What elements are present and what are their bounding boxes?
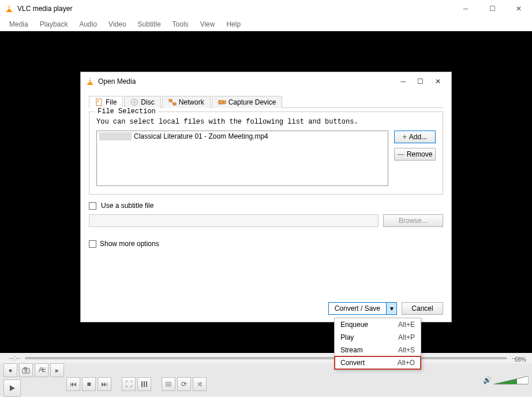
maximize-button[interactable]: ☐ <box>479 0 505 17</box>
menu-audio[interactable]: Audio <box>73 19 103 29</box>
svg-rect-29 <box>219 101 223 104</box>
svg-marker-18 <box>88 77 92 84</box>
menu-video[interactable]: Video <box>103 19 132 29</box>
menu-item-convert[interactable]: ConvertAlt+O <box>335 356 421 369</box>
svg-rect-11 <box>144 381 145 387</box>
remove-button-label: Remove <box>407 150 433 158</box>
dialog-titlebar: Open Media ─ ☐ ✕ <box>81 72 451 91</box>
add-button[interactable]: +Add... <box>394 131 436 143</box>
menu-item-label: Stream <box>340 346 363 354</box>
svg-point-6 <box>25 370 27 372</box>
convert-save-dropdown-toggle[interactable]: ▾ <box>387 302 397 315</box>
svg-rect-22 <box>96 99 102 106</box>
menu-item-label: Convert <box>340 359 365 367</box>
convert-save-button[interactable]: Convert / Save ▾ <box>328 302 397 315</box>
seek-bar[interactable]: --:-- --:-- <box>0 353 532 363</box>
svg-marker-9 <box>10 385 15 391</box>
volume-slider[interactable] <box>494 375 529 385</box>
menu-item-label: Play <box>340 333 354 341</box>
svg-marker-30 <box>223 101 226 104</box>
tab-file-label: File <box>106 98 117 106</box>
dialog-close-button[interactable]: ✕ <box>435 77 441 85</box>
controls-bar: ● AB ▸ ⏮ ■ ⏭ ⛶ ⟳ ⤨ 66% 🔊 <box>0 363 532 397</box>
main-menubar: Media Playback Audio Video Subtitle Tool… <box>0 17 532 31</box>
menu-help[interactable]: Help <box>220 19 246 29</box>
record-button[interactable]: ● <box>3 363 17 377</box>
svg-text:B: B <box>42 367 46 373</box>
tab-disc[interactable]: Disc <box>124 96 160 108</box>
snapshot-button[interactable] <box>19 363 33 377</box>
subtitle-checkbox[interactable] <box>89 202 96 210</box>
svg-marker-0 <box>8 5 11 11</box>
menu-item-enqueue[interactable]: EnqueueAlt+E <box>335 318 421 331</box>
tab-file[interactable]: File <box>89 96 123 108</box>
loop-button[interactable]: ⟳ <box>177 377 191 391</box>
file-list-item[interactable]: Classical Literature 01 - Zoom Meeting.m… <box>97 131 388 142</box>
menu-tools[interactable]: Tools <box>167 19 194 29</box>
svg-rect-2 <box>8 6 10 8</box>
next-button[interactable]: ⏭ <box>98 377 111 391</box>
file-list[interactable]: Classical Literature 01 - Zoom Meeting.m… <box>96 131 388 186</box>
tab-capture[interactable]: Capture Device <box>212 96 283 108</box>
prev-button[interactable]: ⏮ <box>66 377 80 391</box>
dialog-tabs: File Disc Network Capture Device <box>89 95 443 108</box>
minimize-button[interactable]: ─ <box>452 0 479 17</box>
file-selection-group: File Selection You can select local file… <box>89 111 443 195</box>
tab-network[interactable]: Network <box>162 96 211 108</box>
dialog-maximize-button[interactable]: ☐ <box>417 77 424 85</box>
remove-button[interactable]: —Remove <box>394 148 436 161</box>
dialog-title: Open Media <box>98 77 136 85</box>
open-media-dialog: Open Media ─ ☐ ✕ File Disc Network Captu… <box>80 72 452 322</box>
svg-rect-10 <box>141 381 143 387</box>
svg-rect-21 <box>89 81 92 82</box>
menu-media[interactable]: Media <box>3 19 34 29</box>
app-title: VLC media player <box>17 5 72 13</box>
menu-item-label: Enqueue <box>340 321 368 329</box>
ext-settings-button[interactable] <box>137 377 151 391</box>
main-titlebar: VLC media player ─ ☐ ✕ <box>0 0 532 17</box>
file-selection-hint: You can select local files with the foll… <box>96 118 436 126</box>
file-list-item-label: Classical Literature 01 - Zoom Meeting.m… <box>134 132 268 140</box>
menu-item-shortcut: Alt+E <box>398 321 415 329</box>
menu-playback[interactable]: Playback <box>34 19 74 29</box>
menu-item-shortcut: Alt+S <box>398 346 415 354</box>
menu-item-stream[interactable]: StreamAlt+S <box>335 344 421 356</box>
tab-network-label: Network <box>179 98 204 106</box>
file-selection-legend: File Selection <box>95 107 158 116</box>
show-more-checkbox[interactable] <box>89 240 96 248</box>
menu-view[interactable]: View <box>194 19 221 29</box>
menu-item-play[interactable]: PlayAlt+P <box>335 331 421 344</box>
menu-item-shortcut: Alt+P <box>398 333 415 341</box>
menu-subtitle[interactable]: Subtitle <box>132 19 167 29</box>
svg-point-23 <box>98 101 99 102</box>
svg-rect-26 <box>169 99 172 102</box>
svg-rect-1 <box>6 11 12 12</box>
svg-rect-12 <box>146 381 147 387</box>
cancel-button[interactable]: Cancel <box>402 302 443 315</box>
atob-button[interactable]: AB <box>35 363 48 377</box>
shuffle-button[interactable]: ⤨ <box>193 377 207 391</box>
show-more-label: Show more options <box>100 240 159 248</box>
volume-percent: 66% <box>515 356 526 363</box>
file-thumbnail-icon <box>99 132 132 140</box>
convert-save-menu: EnqueueAlt+E PlayAlt+P StreamAlt+S Conve… <box>334 318 421 370</box>
svg-rect-20 <box>89 79 91 80</box>
svg-point-25 <box>134 102 136 103</box>
subtitle-path-input <box>89 214 379 227</box>
svg-rect-19 <box>87 84 93 85</box>
playlist-button[interactable] <box>162 377 175 391</box>
play-button[interactable] <box>3 380 21 397</box>
add-button-label: Add... <box>409 133 427 141</box>
svg-rect-3 <box>8 8 11 9</box>
stop-button[interactable]: ■ <box>82 377 96 391</box>
menu-item-shortcut: Alt+O <box>398 359 415 367</box>
convert-save-label: Convert / Save <box>335 304 380 313</box>
dialog-minimize-button[interactable]: ─ <box>400 77 406 85</box>
frame-step-button[interactable]: ▸ <box>50 363 64 377</box>
mute-icon[interactable]: 🔊 <box>483 376 492 384</box>
tab-disc-label: Disc <box>141 98 154 106</box>
cancel-button-label: Cancel <box>411 304 433 313</box>
fullscreen-button[interactable]: ⛶ <box>122 377 136 391</box>
close-button[interactable]: ✕ <box>505 0 532 17</box>
browse-button: Browse... <box>383 214 443 227</box>
